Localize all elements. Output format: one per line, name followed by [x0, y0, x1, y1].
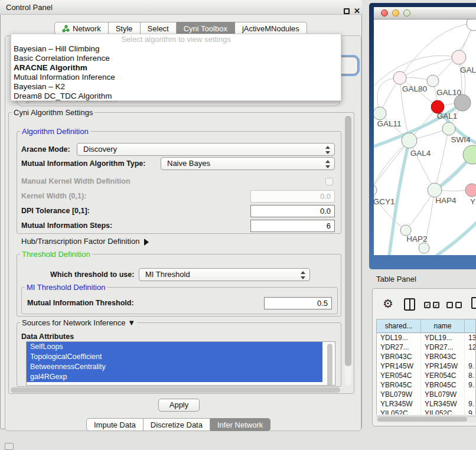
table-row[interactable]: YBR043CYBR043C	[377, 352, 475, 361]
node-label: GAL80	[402, 84, 427, 93]
document-icon[interactable]	[471, 297, 476, 309]
network-edge[interactable]	[400, 57, 459, 78]
apply-button[interactable]: Apply	[158, 399, 200, 412]
table-panel-title: Table Panel	[376, 273, 416, 285]
hub-definition-expander[interactable]: Hub/Transcription Factor Definition	[21, 235, 149, 248]
table-row[interactable]: YDR27...YDR27...12	[377, 343, 475, 352]
tab-infer-network[interactable]: Infer Network	[210, 418, 270, 431]
network-node[interactable]	[419, 243, 429, 253]
algorithm-option[interactable]: ARACNE Algorithm	[11, 63, 341, 73]
list-scrollbar-thumb[interactable]	[327, 344, 332, 386]
node-label: GAL11	[377, 119, 401, 128]
table-cell: YBR045C	[421, 380, 465, 390]
settings-vscroll-thumb[interactable]	[345, 116, 351, 366]
tab-impute-data[interactable]: Impute Data	[86, 418, 144, 431]
data-attribute-option[interactable]: TopologicalCoefficient	[27, 352, 322, 362]
table-row[interactable]: YBR045CYBR045C9.	[377, 380, 475, 390]
network-node[interactable]	[454, 94, 471, 111]
control-panel-title: Control Panel	[6, 3, 53, 12]
mi-threshold-label: Mutual Information Threshold:	[27, 296, 134, 309]
table-cell: 9.	[465, 399, 476, 409]
table-cell: YIL052C	[377, 409, 421, 415]
network-edge-highlighted[interactable]	[436, 219, 476, 255]
minimized-panel-icon[interactable]	[5, 443, 14, 450]
data-attribute-option[interactable]: BetweennessCentrality	[27, 362, 322, 372]
tab-jactivemnodules[interactable]: jActiveMNodules	[235, 22, 307, 35]
network-node-hap4[interactable]	[428, 183, 442, 197]
dpi-tolerance-field[interactable]: 0.0	[250, 205, 335, 217]
mi-threshold-field[interactable]: 0.5	[264, 297, 332, 309]
column-header[interactable]: shared...	[377, 319, 421, 333]
tab-network[interactable]: Network	[54, 22, 109, 35]
column-header[interactable]	[465, 319, 476, 333]
kernel-width-field[interactable]: 0.0	[250, 190, 335, 203]
which-threshold-combo[interactable]: MI Threshold	[139, 268, 310, 281]
table-row[interactable]: YER054CYER054C8.	[377, 371, 475, 380]
unchecked-box-icon[interactable]	[455, 302, 462, 308]
network-node-gal80[interactable]	[393, 71, 406, 84]
float-window-icon[interactable]	[344, 8, 350, 14]
network-edge[interactable]	[374, 190, 406, 230]
mi-steps-field[interactable]: 6	[250, 220, 335, 232]
network-node-y[interactable]	[465, 184, 476, 197]
control-panel-tabs: Network Style Select Cyni Toolbox jActiv…	[54, 22, 307, 35]
network-node-gal[interactable]	[452, 50, 466, 64]
node-label: GCY1	[374, 197, 395, 206]
gear-icon[interactable]: ⚙	[383, 296, 393, 311]
unchecked-box-icon[interactable]	[446, 302, 453, 308]
algorithm-option[interactable]: Bayesian – Hill Climbing	[11, 44, 341, 54]
network-node[interactable]	[467, 19, 476, 31]
tab-network-label: Network	[73, 24, 101, 33]
network-graph[interactable]: GALGAL80GAL10GAL1GAL11SWI4GAL4GCY1HAP4YH…	[374, 19, 476, 255]
network-node-gal11[interactable]	[374, 107, 386, 120]
table-header-row: shared...name	[377, 319, 475, 333]
close-icon[interactable]: ✕	[354, 6, 360, 15]
table-row[interactable]: YBL079WYBL079W	[377, 390, 475, 399]
checked-box-icon[interactable]: ✓	[424, 302, 431, 308]
data-attribute-option[interactable]: gal4RGexp	[27, 372, 322, 382]
table-row[interactable]: YDL19...YDL19...13	[377, 333, 475, 343]
manual-kernel-checkbox[interactable]	[325, 178, 333, 185]
network-node-gal4[interactable]	[402, 133, 417, 148]
close-traffic-light[interactable]	[381, 9, 388, 17]
algorithm-option[interactable]: Bayesian – K2	[11, 82, 341, 92]
tab-cyni-toolbox[interactable]: Cyni Toolbox	[177, 22, 235, 35]
network-window-titlebar[interactable]	[374, 7, 476, 19]
network-edge[interactable]	[406, 190, 435, 230]
collapse-down-icon[interactable]: ▼	[128, 318, 135, 327]
table-cell: YBL079W	[377, 390, 421, 399]
table-row[interactable]: YPR145WYPR145W9.	[377, 361, 475, 371]
algorithm-option[interactable]: Dream8 DC_TDC Algorithm	[11, 92, 341, 101]
checked-box-icon[interactable]: ✓	[433, 302, 439, 308]
mi-algorithm-type-combo[interactable]: Naive Bayes	[161, 157, 335, 170]
network-node-swi4[interactable]	[442, 122, 455, 135]
attribute-table: shared...name YDL19...YDL19...13YDR27...…	[376, 319, 476, 415]
network-node-gcy1[interactable]	[374, 184, 377, 196]
split-columns-icon[interactable]	[404, 298, 415, 311]
algorithm-option[interactable]: Basic Correlation Inference	[11, 54, 341, 63]
node-label: GAL10	[436, 88, 461, 97]
tab-select[interactable]: Select	[141, 22, 177, 35]
node-label: Y	[470, 197, 475, 206]
algorithm-dropdown-prompt: Select algorithm to view settings	[11, 34, 341, 44]
node-label: HAP2	[406, 234, 427, 243]
aracne-mode-combo[interactable]: Discovery	[77, 143, 335, 156]
zoom-traffic-light[interactable]	[403, 9, 410, 17]
node-label: GAL	[460, 66, 476, 74]
network-view-canvas[interactable]: GALGAL80GAL10GAL1GAL11SWI4GAL4GCY1HAP4YH…	[374, 19, 476, 255]
data-attribute-option[interactable]: SelfLoops	[27, 342, 322, 352]
column-header[interactable]: name	[421, 319, 465, 333]
table-cell: YDR27...	[377, 343, 421, 352]
settings-hscroll-thumb[interactable]	[11, 387, 340, 393]
tab-discretize-data[interactable]: Discretize Data	[144, 418, 210, 431]
table-row[interactable]: YLR345WYLR345W9.	[377, 399, 475, 409]
network-node-gal10[interactable]	[427, 75, 439, 87]
spinner-arrows-icon	[325, 145, 330, 155]
network-edge[interactable]	[409, 141, 435, 190]
table-hscroll-thumb[interactable]	[377, 417, 467, 422]
table-cell: YER054C	[377, 371, 421, 380]
minimize-traffic-light[interactable]	[392, 9, 399, 17]
tab-style[interactable]: Style	[109, 22, 141, 35]
algorithm-option[interactable]: Mutual Information Inference	[11, 73, 341, 82]
table-row[interactable]: YIL052CYIL052C9.	[377, 409, 475, 415]
